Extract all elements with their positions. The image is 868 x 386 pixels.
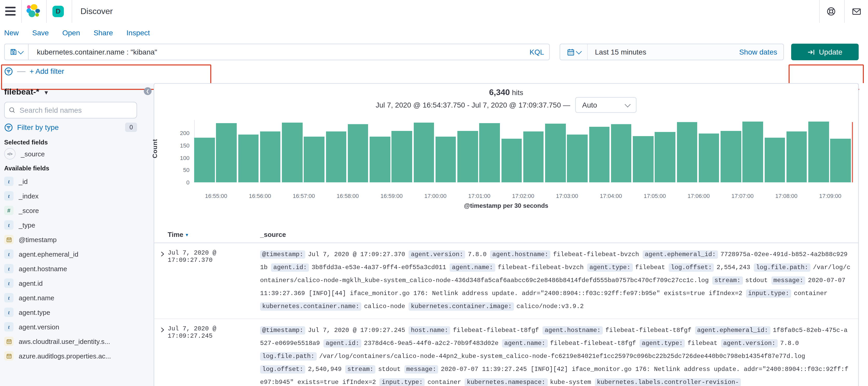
elastic-logo-icon[interactable]	[27, 4, 40, 19]
histogram-bar[interactable]	[611, 124, 631, 182]
help-icon[interactable]	[827, 7, 836, 16]
query-language-button[interactable]: KQL	[529, 48, 544, 56]
string-type-icon: t	[4, 249, 13, 259]
histogram-bar[interactable]	[304, 137, 324, 182]
time-column-header[interactable]: Time▼	[168, 231, 189, 238]
toolbar-links: NewSaveOpenShareInspect	[4, 29, 150, 37]
x-tick-label: 17:01:00	[468, 193, 491, 199]
field-key-badge: log.file.path:	[754, 263, 810, 272]
field-item-_score[interactable]: #_score	[4, 203, 150, 218]
histogram-bar[interactable]	[413, 122, 434, 182]
menu-icon[interactable]	[5, 7, 16, 16]
field-item-_type[interactable]: t_type	[4, 218, 150, 232]
show-dates-button[interactable]: Show dates	[739, 48, 783, 56]
add-filter-button[interactable]: + Add filter	[30, 67, 64, 75]
x-tick-label: 16:57:00	[293, 193, 315, 199]
histogram-bar[interactable]	[655, 132, 675, 182]
query-input[interactable]: kubernetes.container.name : "kibana" KQL	[28, 43, 550, 60]
field-item-_id[interactable]: t_id	[4, 174, 150, 188]
y-tick-label: 0	[169, 179, 189, 185]
histogram-bar[interactable]	[479, 123, 500, 182]
field-key-badge: log.offset:	[669, 263, 714, 272]
histogram-bar[interactable]	[786, 131, 807, 182]
field-search-input[interactable]	[19, 106, 132, 115]
saved-query-menu-button[interactable]	[4, 43, 28, 60]
hits-line: 6,340 hits	[154, 88, 858, 97]
x-tick-label: 16:59:00	[380, 193, 403, 199]
field-value: Jul 7, 2020 @ 17:09:27.370	[308, 251, 405, 258]
discover-main-panel: 6,340 hits Jul 7, 2020 @ 16:54:37.750 - …	[154, 83, 859, 386]
histogram-bar[interactable]	[457, 131, 478, 182]
histogram-bar[interactable]	[392, 131, 412, 182]
expand-row-icon[interactable]	[159, 324, 168, 386]
filter-icon[interactable]	[4, 67, 13, 76]
field-item-agent.ephemeral_id[interactable]: tagent.ephemeral_id	[4, 247, 150, 261]
field-value: 2378d4c6-9ea5-44f0-a2c2-70b9f483d02e	[364, 340, 499, 347]
histogram-bar[interactable]	[282, 122, 302, 182]
field-value: calico/node:v3.9.2	[517, 303, 584, 310]
histogram-bar[interactable]	[743, 121, 763, 182]
update-button[interactable]: Update	[791, 43, 859, 60]
x-tick-label: 17:06:00	[688, 193, 710, 199]
histogram-bar[interactable]	[370, 137, 390, 182]
field-item-_index[interactable]: t_index	[4, 188, 150, 203]
histogram-bar[interactable]	[194, 138, 215, 182]
expand-row-icon[interactable]	[159, 248, 168, 313]
field-item-azure.auditlogs.properties.ac...[interactable]: azure.auditlogs.properties.ac...	[4, 349, 150, 363]
time-range-label[interactable]: Last 15 minutes	[588, 48, 739, 56]
field-key-badge: kubernetes.labels.controller-revision-	[595, 378, 741, 386]
histogram-bar[interactable]	[545, 124, 566, 182]
field-value: 2,540,949	[308, 366, 342, 373]
field-item-@timestamp[interactable]: @timestamp	[4, 232, 150, 247]
field-value: 3b8fdd3a-e53e-4a37-9ff4-e0f55a3cd011	[311, 264, 446, 271]
filter-by-type-button[interactable]: Filter by type	[17, 123, 121, 131]
field-search-box	[4, 102, 137, 118]
histogram-bar[interactable]	[720, 131, 741, 182]
toolbar-link-new[interactable]: New	[4, 29, 19, 37]
field-key-badge: agent.version:	[409, 250, 465, 259]
histogram-bar[interactable]	[677, 122, 697, 182]
index-pattern-switcher[interactable]: filebeat-*▼	[4, 87, 49, 97]
field-item-agent.name[interactable]: tagent.name	[4, 290, 150, 305]
dash: —	[17, 66, 25, 76]
available-fields-header: Available fields	[4, 165, 49, 172]
histogram-bar[interactable]	[567, 135, 588, 182]
field-item-aws.cloudtrail.user_identity.s...[interactable]: aws.cloudtrail.user_identity.s...	[4, 334, 150, 349]
toolbar-link-inspect[interactable]: Inspect	[126, 29, 150, 37]
field-key-badge: kubernetes.container.name:	[260, 302, 361, 311]
histogram-bar[interactable]	[238, 135, 258, 182]
histogram-bar[interactable]	[633, 136, 653, 182]
field-item-agent.version[interactable]: tagent.version	[4, 320, 150, 334]
quick-select-menu-button[interactable]	[560, 44, 588, 60]
time-picker: Last 15 minutes Show dates	[560, 43, 784, 60]
toolbar-link-open[interactable]: Open	[62, 29, 80, 37]
histogram-bar[interactable]	[216, 123, 237, 182]
histogram-bar[interactable]	[436, 137, 456, 182]
histogram-bar[interactable]	[699, 134, 719, 182]
collapse-sidebar-button[interactable]: ❮	[144, 87, 152, 95]
field-item-agent.type[interactable]: tagent.type	[4, 305, 150, 320]
chart-range-text: Jul 7, 2020 @ 16:54:37.750 - Jul 7, 2020…	[376, 101, 570, 109]
histogram-bar[interactable]	[523, 131, 544, 182]
divider	[72, 0, 72, 23]
toolbar-link-save[interactable]: Save	[32, 29, 49, 37]
field-item-agent.id[interactable]: tagent.id	[4, 276, 150, 290]
interval-select[interactable]: Auto	[576, 97, 637, 113]
histogram-bar[interactable]	[589, 127, 610, 182]
histogram-bar[interactable]	[260, 131, 281, 182]
histogram-bar[interactable]	[326, 131, 346, 182]
histogram-bar[interactable]	[348, 124, 368, 182]
histogram-bar[interactable]	[501, 139, 522, 182]
field-name: agent.id	[19, 279, 43, 287]
mail-icon[interactable]	[852, 7, 861, 16]
space-avatar[interactable]: D	[53, 6, 64, 17]
field-item-_source[interactable]: </>_source	[4, 147, 150, 161]
toolbar-link-share[interactable]: Share	[93, 29, 113, 37]
histogram-bar[interactable]	[830, 139, 851, 182]
x-axis-title: @timestamp per 30 seconds	[154, 202, 858, 209]
histogram-bar[interactable]	[808, 122, 829, 182]
date-type-icon	[4, 337, 13, 346]
field-item-agent.hostname[interactable]: tagent.hostname	[4, 261, 150, 276]
field-value: filebeat-filebeat-bvzch	[498, 264, 584, 271]
histogram-bar[interactable]	[765, 138, 785, 182]
